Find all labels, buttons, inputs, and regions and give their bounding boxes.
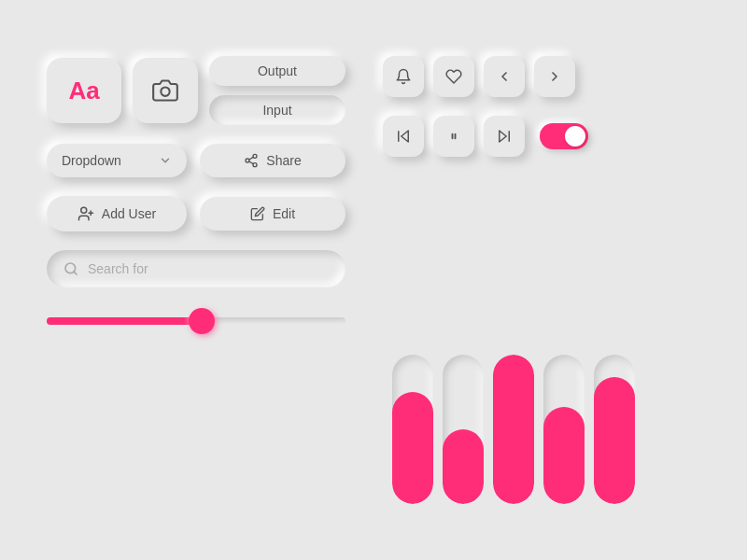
slider-track[interactable] [47,317,345,325]
rewind-icon [395,128,412,145]
bar-wrap-3 [543,355,585,504]
right-panel [383,56,700,504]
row-dropdown-share: Dropdown Share [47,144,345,177]
media-toggle-row [383,116,700,157]
output-button[interactable]: Output [209,56,345,86]
bell-button[interactable] [383,56,424,97]
share-button[interactable]: Share [200,144,345,177]
slider-thumb[interactable] [189,308,215,334]
dropdown-button[interactable]: Dropdown [47,144,187,177]
search-bar[interactable]: Search for [47,250,345,287]
svg-marker-11 [402,131,409,142]
search-row: Search for [47,250,345,287]
bar-fill-4 [594,377,635,504]
svg-line-5 [249,157,254,160]
pause-button[interactable] [433,116,474,157]
bar-fill-3 [543,407,585,504]
chevron-left-icon [497,69,512,84]
bar-wrap-4 [594,355,635,504]
bar-chart [383,175,700,504]
chevron-right-icon [547,69,562,84]
icon-buttons-row [383,56,700,97]
svg-marker-15 [500,131,507,142]
aa-label: Aa [68,77,99,105]
slider-fill [47,317,202,325]
output-input-col: Output Input [209,56,345,125]
bar-wrap-0 [392,355,433,504]
toggle-wrap [540,123,588,149]
bar-fill-2 [493,355,534,504]
chevron-down-icon [159,154,172,167]
add-user-button[interactable]: Add User [47,196,187,231]
media-controls [383,116,525,157]
toggle-knob [565,126,585,147]
camera-icon [152,77,178,104]
input-button[interactable]: Input [209,95,345,125]
heart-button[interactable] [433,56,474,97]
svg-point-6 [81,207,87,213]
fast-forward-button[interactable] [484,116,525,157]
bar-wrap-1 [443,355,484,504]
rewind-button[interactable] [383,116,424,157]
edit-button[interactable]: Edit [200,197,345,231]
left-panel: Aa Output Input Dropdown [47,56,345,504]
share-icon [244,153,259,168]
bar-fill-0 [392,392,433,504]
prev-button[interactable] [484,56,525,97]
svg-point-0 [161,88,169,96]
fast-forward-icon [496,128,513,145]
main-canvas: Aa Output Input Dropdown [19,28,728,532]
heart-icon [445,68,462,85]
add-user-icon [78,205,94,222]
svg-line-10 [74,272,77,274]
row-adduser-edit: Add User Edit [47,196,345,231]
typography-button[interactable]: Aa [47,58,121,123]
search-icon [63,261,78,276]
row-typography: Aa Output Input [47,56,345,125]
svg-line-4 [249,161,254,164]
bell-icon [395,68,412,85]
bar-fill-1 [443,429,484,504]
edit-icon [250,206,265,221]
bar-wrap-2 [493,355,534,504]
next-button[interactable] [534,56,575,97]
slider-row [47,306,345,329]
toggle-switch[interactable] [540,123,588,149]
camera-button[interactable] [133,58,198,123]
pause-icon [445,128,462,145]
